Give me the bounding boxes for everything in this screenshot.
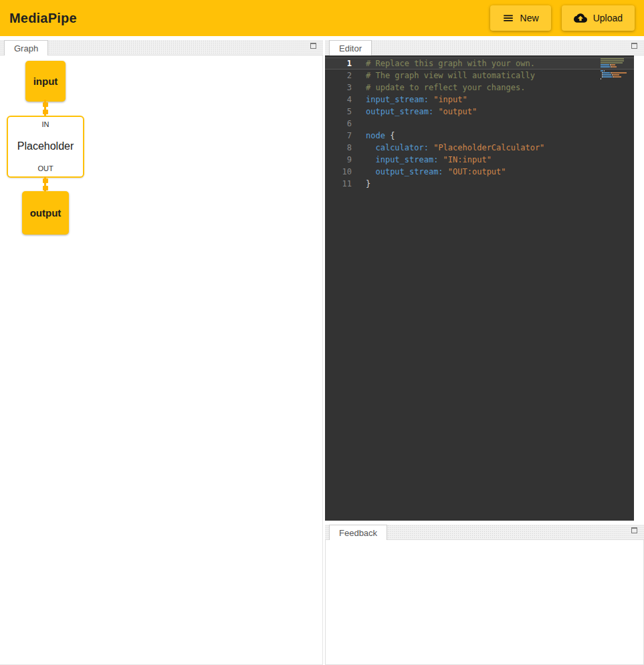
tab-graph[interactable]: Graph	[4, 40, 48, 55]
feedback-tabbar: Feedback	[325, 525, 644, 540]
graph-canvas[interactable]: input IN Placeholder OUT output	[0, 55, 323, 665]
code-line[interactable]: 4input_stream: "input"	[325, 94, 634, 106]
line-number: 10	[325, 166, 352, 178]
editor-tabbar: Editor	[325, 40, 644, 55]
header-buttons: New Upload	[490, 5, 635, 31]
code-editor[interactable]: 1# Replace this graph with your own.2# T…	[325, 55, 634, 521]
tab-editor[interactable]: Editor	[329, 40, 372, 55]
tab-feedback[interactable]: Feedback	[329, 525, 387, 540]
code-line[interactable]: 2# The graph view will automatically	[325, 70, 634, 82]
placeholder-title: Placeholder	[17, 140, 74, 152]
code-line[interactable]: 11}	[325, 178, 634, 190]
port-output-in	[43, 186, 48, 190]
line-number: 8	[325, 142, 352, 154]
code-line[interactable]: 5output_stream: "output"	[325, 106, 634, 118]
line-number: 6	[325, 118, 352, 130]
new-button-label: New	[520, 13, 539, 23]
minimap[interactable]	[601, 58, 629, 80]
line-number: 4	[325, 94, 352, 106]
port-placeholder-out	[43, 178, 48, 183]
port-placeholder-in	[43, 110, 48, 114]
upload-button[interactable]: Upload	[562, 5, 635, 31]
new-button[interactable]: New	[490, 5, 551, 31]
menu-icon	[502, 12, 514, 24]
graph-tabbar: Graph	[0, 40, 323, 55]
line-number: 9	[325, 154, 352, 166]
code-lines: 1# Replace this graph with your own.2# T…	[325, 57, 634, 190]
line-number: 2	[325, 70, 352, 82]
line-number: 5	[325, 106, 352, 118]
line-number: 3	[325, 82, 352, 94]
graph-node-input-label: input	[33, 76, 58, 87]
line-number: 1	[325, 57, 352, 70]
graph-node-output[interactable]: output	[22, 191, 69, 235]
app-header: MediaPipe New Upload	[0, 0, 644, 36]
editor-panel: Editor 1# Replace this graph with your o…	[325, 40, 644, 521]
placeholder-in-port-label: IN	[42, 120, 49, 128]
graph-maximize-icon[interactable]	[310, 43, 316, 49]
feedback-maximize-icon[interactable]	[631, 527, 637, 533]
graph-node-input[interactable]: input	[25, 61, 66, 102]
code-line[interactable]: 6	[325, 118, 634, 130]
port-input-out	[43, 102, 48, 107]
code-line[interactable]: 8 calculator: "PlaceholderCalculator"	[325, 142, 634, 154]
graph-node-output-label: output	[30, 207, 62, 219]
graph-node-placeholder[interactable]: IN Placeholder OUT	[7, 116, 84, 178]
upload-button-label: Upload	[593, 13, 623, 23]
line-number: 11	[325, 178, 352, 190]
feedback-content	[325, 540, 644, 665]
feedback-panel: Feedback	[325, 525, 644, 665]
cloud-upload-icon	[574, 11, 587, 25]
code-line[interactable]: 7node {	[325, 130, 634, 142]
code-line[interactable]: 9 input_stream: "IN:input"	[325, 154, 634, 166]
editor-maximize-icon[interactable]	[631, 43, 637, 49]
line-number: 7	[325, 130, 352, 142]
code-line[interactable]: 1# Replace this graph with your own.	[325, 57, 634, 70]
graph-panel: Graph input IN Placeholder OUT output	[0, 40, 323, 665]
app-title: MediaPipe	[9, 11, 77, 26]
code-line[interactable]: 10 output_stream: "OUT:output"	[325, 166, 634, 178]
placeholder-out-port-label: OUT	[37, 164, 53, 172]
code-line[interactable]: 3# update to reflect your changes.	[325, 82, 634, 94]
